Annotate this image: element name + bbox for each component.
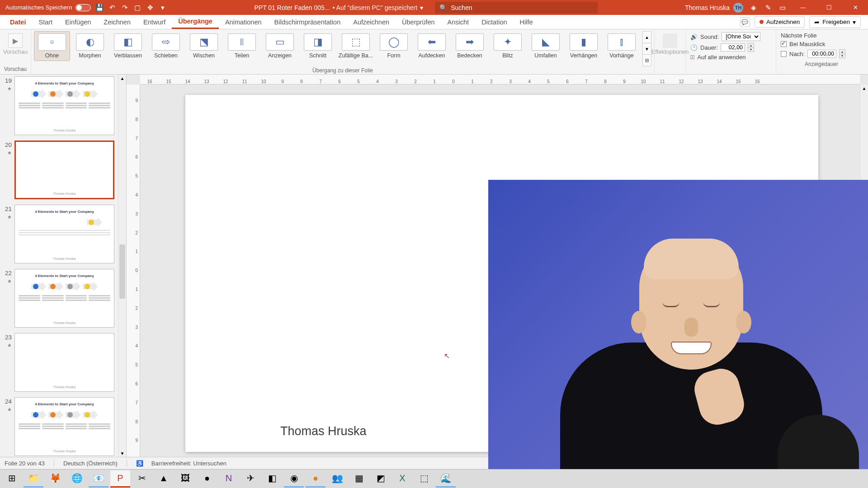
taskbar-app[interactable]: ▦ (349, 470, 369, 488)
start-button[interactable]: ⊞ (2, 470, 22, 488)
scroll-up-icon[interactable]: ▲ (120, 75, 125, 82)
toggle-icon[interactable] (75, 4, 91, 11)
thumbnail-preview[interactable]: 4 Elements to Start your CompanyThomas H… (14, 76, 114, 135)
taskbar-explorer[interactable]: 📁 (24, 470, 43, 488)
thumbnail-item[interactable]: 23★Thomas Hruska (2, 333, 114, 392)
transition-teilen[interactable]: ⫴Teilen (224, 31, 260, 61)
thumbnail-preview[interactable]: Thomas Hruska (14, 333, 114, 392)
thumbnail-preview[interactable]: 4 Elements to Start your CompanyThomas H… (14, 269, 114, 328)
duration-spinner[interactable]: ▲▼ (748, 43, 754, 52)
taskbar-app[interactable]: ⬚ (414, 470, 434, 488)
account-button[interactable]: Thomas Hruska TH (685, 3, 743, 13)
title-dropdown-icon[interactable]: ▾ (420, 4, 423, 11)
thumbnail-item[interactable]: 21★4 Elements to Start your CompanyThoma… (2, 205, 114, 263)
tab-design[interactable]: Entwurf (137, 15, 172, 29)
after-input[interactable] (807, 50, 836, 58)
after-row[interactable]: Nach: ▲▼ (781, 49, 862, 58)
pen-icon[interactable]: ✎ (764, 4, 772, 12)
apply-all-row[interactable]: �⃞ Auf alle anwenden (690, 54, 771, 61)
share-button[interactable]: ➦Freigeben▾ (809, 16, 861, 28)
transition-wischen[interactable]: ⬔Wischen (186, 31, 222, 61)
tab-view[interactable]: Ansicht (441, 15, 476, 29)
thumbnail-preview[interactable]: 4 Elements to Start your CompanyThomas H… (14, 205, 114, 263)
taskbar-telegram[interactable]: ✈ (241, 470, 260, 488)
gallery-more-button[interactable]: ▲▼⊟ (642, 31, 651, 66)
transition-ohne[interactable]: ▫Ohne (34, 31, 70, 61)
tab-file[interactable]: Datei (4, 15, 32, 29)
save-icon[interactable]: 💾 (95, 4, 104, 12)
taskbar-onenote[interactable]: N (219, 470, 239, 488)
tab-help[interactable]: Hilfe (514, 15, 539, 29)
taskbar-firefox[interactable]: 🦊 (45, 470, 65, 488)
thumbnail-scrollbar[interactable]: ▲ ▼ (118, 75, 126, 457)
comments-icon[interactable]: 💬 (740, 17, 750, 27)
present-from-start-icon[interactable]: ▢ (133, 4, 142, 12)
tab-insert[interactable]: Einfügen (59, 15, 97, 29)
transition-schnitt[interactable]: ◨Schnitt (300, 31, 336, 61)
transition-blitz[interactable]: ✦Blitz (490, 31, 526, 61)
tab-slideshow[interactable]: Bildschirmpräsentation (268, 15, 347, 29)
undo-icon[interactable]: ↶ (108, 4, 116, 12)
close-button[interactable]: ✕ (845, 0, 865, 15)
redo-icon[interactable]: ↷ (121, 4, 129, 12)
after-spinner[interactable]: ▲▼ (839, 49, 845, 58)
taskbar-powerpoint[interactable]: P (110, 470, 130, 488)
transition-aufdecken[interactable]: ⬅Aufdecken (414, 31, 450, 61)
taskbar-gallery[interactable]: 🖼 (175, 470, 195, 488)
tab-dictation[interactable]: Dictation (475, 15, 513, 29)
transition-umfallen[interactable]: ◣Umfallen (528, 31, 564, 61)
taskbar-app[interactable]: ◧ (262, 470, 282, 488)
taskbar-excel[interactable]: X (392, 470, 412, 488)
thumbnail-item[interactable]: 20★Thomas Hruska (2, 141, 114, 199)
autosave-toggle[interactable]: Automatisches Speichern (5, 4, 91, 11)
transition-verhngen[interactable]: ▮Verhängen (566, 31, 602, 61)
minimize-button[interactable]: — (793, 0, 813, 15)
after-checkbox[interactable] (781, 51, 787, 57)
transition-bedecken[interactable]: ➡Bedecken (452, 31, 488, 61)
accessibility-status[interactable]: Barrierefreiheit: Untersuchen (151, 460, 226, 467)
thumbnail-list[interactable]: 19★4 Elements to Start your CompanyThoma… (0, 75, 118, 457)
language-indicator[interactable]: Deutsch (Österreich) (63, 460, 118, 467)
taskbar-obs[interactable]: ◉ (284, 470, 304, 488)
transition-form[interactable]: ◯Form (376, 31, 412, 61)
tab-draw[interactable]: Zeichnen (97, 15, 137, 29)
taskbar-outlook[interactable]: 📧 (89, 470, 108, 488)
transition-vorhnge[interactable]: ⫿Vorhänge (604, 31, 640, 61)
transition-anzeigen[interactable]: ▭Anzeigen (262, 31, 298, 61)
duration-input[interactable] (721, 43, 745, 52)
taskbar-snip[interactable]: ✂ (132, 470, 152, 488)
on-click-row[interactable]: Bei Mausklick (781, 41, 862, 47)
thumbnail-item[interactable]: 24★4 Elements to Start your CompanyThoma… (2, 397, 114, 456)
transition-zuflligeba[interactable]: ⬚Zufällige Ba... (338, 31, 374, 61)
tab-start[interactable]: Start (32, 15, 59, 29)
transition-schieben[interactable]: ⇨Schieben (148, 31, 184, 61)
thumbnail-preview[interactable]: Thomas Hruska (14, 141, 114, 199)
diamond-icon[interactable]: ◈ (750, 4, 758, 12)
slide-counter[interactable]: Folie 20 von 43 (5, 460, 45, 467)
qat-more-icon[interactable]: ▾ (159, 4, 167, 12)
thumbnail-item[interactable]: 22★4 Elements to Start your CompanyThoma… (2, 269, 114, 328)
taskbar-chrome[interactable]: 🌐 (67, 470, 87, 488)
tab-record[interactable]: Aufzeichnen (347, 15, 396, 29)
transition-verblassen[interactable]: ◧Verblassen (110, 31, 146, 61)
thumbnail-item[interactable]: 19★4 Elements to Start your CompanyThoma… (2, 76, 114, 135)
taskbar-app[interactable]: ● (306, 470, 326, 488)
scroll-track[interactable] (118, 82, 126, 450)
scroll-handle[interactable] (119, 244, 125, 299)
canvas-scroll-up-icon[interactable]: ▲ (862, 84, 867, 92)
thumbnail-preview[interactable]: 4 Elements to Start your CompanyThomas H… (14, 397, 114, 456)
sound-select[interactable]: [Ohne Sound] (722, 32, 760, 41)
taskbar-vlc[interactable]: ▲ (154, 470, 174, 488)
taskbar-app[interactable]: ◩ (371, 470, 391, 488)
on-click-checkbox[interactable] (781, 41, 787, 47)
touch-mode-icon[interactable]: ✥ (146, 4, 154, 12)
tab-transitions[interactable]: Übergänge (172, 15, 219, 29)
taskbar-teams[interactable]: 👥 (327, 470, 347, 488)
record-button[interactable]: Aufzeichnen (755, 16, 805, 28)
window-layout-icon[interactable]: ▭ (778, 4, 787, 12)
tab-review[interactable]: Überprüfen (396, 15, 441, 29)
taskbar-app[interactable]: ● (197, 470, 217, 488)
transition-morphen[interactable]: ◐Morphen (72, 31, 108, 61)
maximize-button[interactable]: ☐ (819, 0, 839, 15)
taskbar-edge[interactable]: 🌊 (436, 470, 456, 488)
